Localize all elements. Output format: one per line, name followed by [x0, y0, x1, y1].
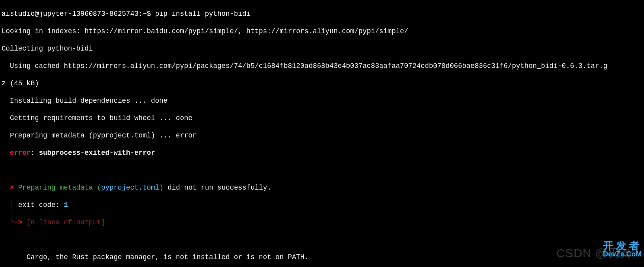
- blank-line: [2, 166, 642, 175]
- prepare-text: Preparing metadata: [18, 184, 97, 192]
- arrow-icon: ╰─>: [2, 218, 26, 226]
- paren-open: (: [97, 184, 102, 192]
- output-line: Preparing metadata (pyproject.toml) ... …: [2, 131, 642, 140]
- output-line: Cargo, the Rust package manager, is not …: [2, 253, 642, 261]
- prompt-line: aistudio@jupyter-13960873-8625743:~$ pip…: [2, 9, 642, 18]
- blank-line: [2, 235, 642, 244]
- prepare-suffix: did not run successfully.: [164, 184, 271, 192]
- exit-code-line: │ exit code: 1: [2, 201, 642, 209]
- output-line: Installing build dependencies ... done: [2, 96, 642, 105]
- error-message: subprocess-exited-with-error: [39, 149, 155, 157]
- prompt-user: aistudio@jupyter-13960873-8625743: [2, 10, 139, 18]
- error-sep: :: [31, 149, 39, 157]
- paren-close: ): [159, 184, 164, 192]
- pyproject-text: pyproject.toml: [101, 184, 159, 192]
- output-line: z (45 kB): [2, 79, 642, 88]
- cross-icon: ×: [2, 184, 18, 192]
- output-line: Getting requirements to build wheel ... …: [2, 114, 642, 122]
- prompt-path: :~$: [139, 10, 155, 18]
- error-label: error: [2, 149, 31, 157]
- exit-label: exit code:: [18, 201, 64, 209]
- prepare-line: × Preparing metadata (pyproject.toml) di…: [2, 183, 642, 192]
- output-line: Collecting python-bidi: [2, 44, 642, 53]
- output-line: Using cached https://mirrors.aliyun.com/…: [2, 62, 642, 70]
- command-text: pip install python-bidi: [155, 10, 251, 18]
- error-line: error: subprocess-exited-with-error: [2, 149, 642, 157]
- terminal-output[interactable]: aistudio@jupyter-13960873-8625743:~$ pip…: [0, 0, 644, 267]
- lines-count: [6 lines of output]: [26, 218, 105, 226]
- lines-marker: ╰─> [6 lines of output]: [2, 218, 642, 227]
- output-line: Looking in indexes: https://mirror.baidu…: [2, 27, 642, 36]
- pipe-icon: │: [2, 201, 18, 209]
- exit-code: 1: [64, 201, 68, 209]
